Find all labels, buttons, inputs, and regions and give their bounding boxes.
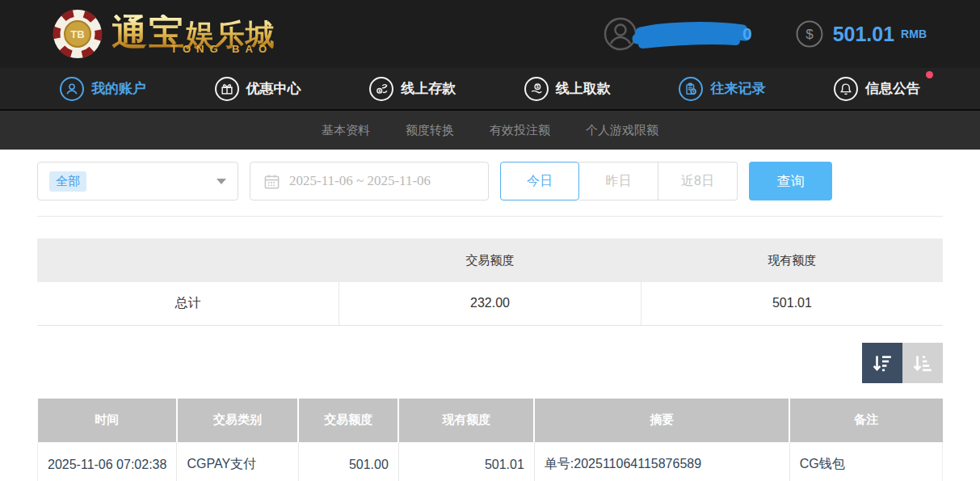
nav-item-announcements[interactable]: 信息公告 — [834, 77, 920, 101]
filter-toolbar: 全部 2025-11-06 ~ 2025-11-06 今日 昨日 近8日 查询 — [37, 162, 943, 200]
summary-header-empty — [37, 238, 339, 282]
nav-label: 线上取款 — [556, 79, 611, 98]
records-header-transaction-amount: 交易额度 — [298, 399, 398, 442]
chevron-down-icon — [217, 179, 226, 184]
svg-text:¥: ¥ — [379, 89, 381, 93]
records-header-summary: 摘要 — [534, 399, 789, 442]
records-header-type: 交易类别 — [177, 399, 298, 442]
brand-logo[interactable]: TB 通宝娱乐城 TONG BAO — [52, 8, 275, 60]
sort-controls — [37, 343, 943, 383]
balance-currency: RMB — [901, 27, 927, 40]
calendar-icon — [263, 173, 280, 190]
username-display[interactable]: 0 — [604, 16, 746, 52]
balance-display[interactable]: $ 501.01 RMB — [796, 20, 927, 48]
nav-label: 线上存款 — [401, 79, 456, 98]
transaction-type-select[interactable]: 全部 — [37, 162, 238, 200]
records-header-remark: 备注 — [789, 399, 942, 442]
svg-text:$: $ — [536, 84, 539, 89]
summary-total-current-amount: 501.01 — [641, 282, 943, 325]
nav-label: 优惠中心 — [246, 79, 301, 98]
records-header-current-amount: 现有额度 — [398, 399, 534, 442]
nav-item-deposit[interactable]: ¥ 线上存款 — [369, 77, 456, 101]
record-transaction-amount: 501.00 — [298, 442, 398, 481]
nav-item-promotions[interactable]: 优惠中心 — [215, 77, 301, 101]
nav-item-withdraw[interactable]: $ 线上取款 — [524, 77, 611, 101]
main-navigation: 我的账户 优惠中心 ¥ 线上存款 $ 线上取款 — [0, 68, 980, 111]
nav-item-my-account[interactable]: 我的账户 — [60, 77, 146, 101]
nav-label: 信息公告 — [865, 79, 920, 98]
withdraw-icon: $ — [524, 77, 549, 101]
brand-subtitle: TONG BAO — [170, 44, 272, 54]
selected-option: 全部 — [49, 171, 86, 192]
range-button-yesterday[interactable]: 昨日 — [579, 162, 658, 200]
sort-ascending-icon — [912, 352, 933, 373]
summary-header-transaction-amount: 交易额度 — [339, 238, 641, 282]
record-remark: CG钱包 — [789, 442, 942, 481]
summary-table: 交易额度 现有额度 总计 232.00 501.01 — [37, 238, 943, 326]
subnav-item-basic-info[interactable]: 基本资料 — [322, 123, 370, 138]
quick-range-group: 今日 昨日 近8日 — [500, 162, 738, 200]
subnav-item-game-limits[interactable]: 个人游戏限额 — [586, 123, 658, 138]
date-range-value: 2025-11-06 ~ 2025-11-06 — [289, 173, 431, 189]
balance-amount: 501.01 — [833, 23, 894, 46]
section-divider — [37, 216, 943, 217]
main-content: 全部 2025-11-06 ~ 2025-11-06 今日 昨日 近8日 查询 — [0, 150, 980, 481]
sub-navigation: 基本资料 额度转换 有效投注额 个人游戏限额 — [0, 111, 980, 150]
record-time: 2025-11-06 07:02:38 — [38, 442, 177, 481]
summary-total-row: 总计 232.00 501.01 — [37, 282, 943, 325]
table-row: 2025-11-06 07:02:38 CGPAY支付 501.00 501.0… — [38, 442, 943, 481]
nav-item-records[interactable]: 往来记录 — [679, 77, 765, 101]
sort-descending-icon — [872, 352, 893, 373]
person-icon — [60, 77, 84, 101]
top-header: TB 通宝娱乐城 TONG BAO 0 — [0, 0, 980, 68]
records-icon — [679, 77, 703, 101]
username-suffix: 0 — [742, 24, 752, 44]
svg-text:TB: TB — [70, 28, 84, 40]
records-header-row: 时间 交易类别 交易额度 现有额度 摘要 备注 — [38, 399, 943, 442]
record-type: CGPAY支付 — [177, 442, 298, 481]
summary-total-transaction-amount: 232.00 — [339, 282, 641, 325]
record-current-amount: 501.01 — [398, 442, 534, 481]
range-button-today[interactable]: 今日 — [500, 162, 579, 200]
deposit-icon: ¥ — [369, 77, 393, 101]
dollar-coin-icon: $ — [796, 20, 823, 48]
notification-dot — [926, 71, 933, 78]
record-summary: 单号:202511064115876589 — [534, 442, 789, 481]
nav-label: 我的账户 — [91, 79, 146, 98]
bell-icon — [834, 77, 858, 101]
gift-icon — [215, 77, 239, 101]
subnav-item-valid-bets[interactable]: 有效投注额 — [490, 123, 550, 138]
summary-header-row: 交易额度 现有额度 — [37, 238, 943, 282]
records-header-time: 时间 — [38, 399, 177, 442]
date-range-picker[interactable]: 2025-11-06 ~ 2025-11-06 — [250, 162, 489, 200]
redaction-scribble — [631, 19, 754, 52]
svg-text:$: $ — [805, 27, 814, 42]
summary-header-current-amount: 现有额度 — [641, 238, 943, 282]
sort-descending-button[interactable] — [862, 343, 902, 383]
casino-chip-icon: TB — [52, 8, 103, 60]
query-button[interactable]: 查询 — [749, 162, 832, 200]
nav-label: 往来记录 — [710, 79, 765, 98]
records-table: 时间 交易类别 交易额度 现有额度 摘要 备注 2025-11-06 07:02… — [37, 399, 943, 481]
range-button-last8days[interactable]: 近8日 — [658, 162, 738, 200]
subnav-item-credit-transfer[interactable]: 额度转换 — [406, 123, 454, 138]
summary-total-label: 总计 — [37, 282, 339, 325]
sort-ascending-button[interactable] — [902, 343, 943, 383]
